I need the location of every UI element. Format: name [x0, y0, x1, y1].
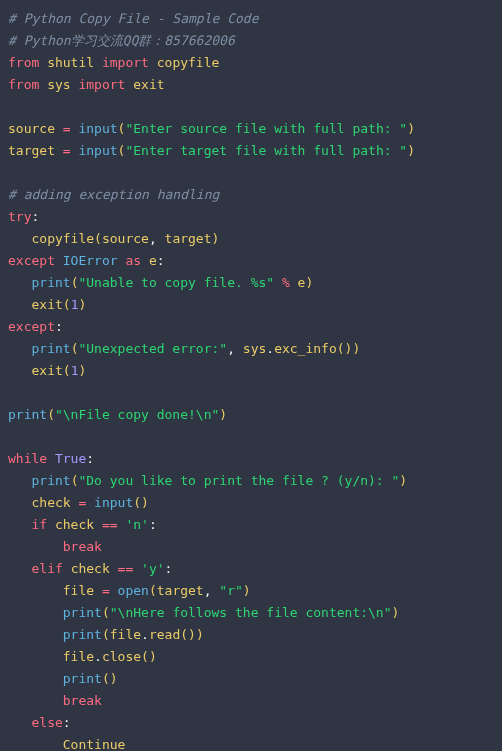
keyword-import: import: [78, 77, 125, 92]
var-source: source: [8, 121, 55, 136]
string-target: "Enter target file with full path: ": [125, 143, 407, 158]
paren-close: ): [392, 605, 400, 620]
keyword-except: except: [8, 319, 55, 334]
builtin-open: open: [118, 583, 149, 598]
paren-open: (: [180, 627, 188, 642]
string-y: 'y': [141, 561, 164, 576]
operator-assign: =: [63, 143, 71, 158]
colon: :: [31, 209, 39, 224]
keyword-elif: elif: [31, 561, 62, 576]
builtin-print: print: [63, 671, 102, 686]
comma: ,: [227, 341, 235, 356]
comment-line-2: # Python学习交流QQ群：857662006: [8, 33, 235, 48]
call-exit: exit: [31, 363, 62, 378]
colon: :: [157, 253, 165, 268]
arg-target: target: [165, 231, 212, 246]
colon: :: [165, 561, 173, 576]
const-true: True: [55, 451, 86, 466]
dot: .: [141, 627, 149, 642]
paren-close: ): [399, 473, 407, 488]
operator-assign: =: [102, 583, 110, 598]
arg-source: source: [102, 231, 149, 246]
dot: .: [94, 649, 102, 664]
keyword-from: from: [8, 55, 39, 70]
paren-close: ): [352, 341, 360, 356]
paren-close: ): [78, 363, 86, 378]
string-here: "\nHere follows the file content:\n": [110, 605, 392, 620]
paren-close: ): [78, 297, 86, 312]
comma: ,: [204, 583, 212, 598]
call-exit: exit: [31, 297, 62, 312]
paren-close: ): [188, 627, 196, 642]
paren-open: (: [133, 495, 141, 510]
comment-line-1: # Python Copy File - Sample Code: [8, 11, 258, 26]
paren-open: (: [149, 583, 157, 598]
name-continue: Continue: [63, 737, 126, 751]
dot: .: [266, 341, 274, 356]
string-r: "r": [219, 583, 242, 598]
var-file: file: [63, 649, 94, 664]
paren-close: ): [243, 583, 251, 598]
paren-close: ): [407, 121, 415, 136]
keyword-if: if: [31, 517, 47, 532]
var-file: file: [110, 627, 141, 642]
paren-close: ): [305, 275, 313, 290]
comment-exception: # adding exception handling: [8, 187, 219, 202]
module-shutil: shutil: [47, 55, 94, 70]
string-source: "Enter source file with full path: ": [125, 121, 407, 136]
colon: :: [149, 517, 157, 532]
keyword-from: from: [8, 77, 39, 92]
paren-close: ): [219, 407, 227, 422]
colon: :: [55, 319, 63, 334]
operator-percent: %: [282, 275, 290, 290]
builtin-print: print: [63, 605, 102, 620]
paren-open: (: [47, 407, 55, 422]
var-file: file: [63, 583, 94, 598]
paren-open: (: [94, 231, 102, 246]
var-e: e: [149, 253, 157, 268]
operator-eq: ==: [102, 517, 118, 532]
string-unable: "Unable to copy file. %s": [78, 275, 274, 290]
paren-close: ): [407, 143, 415, 158]
paren-close: ): [141, 495, 149, 510]
keyword-else: else: [31, 715, 62, 730]
keyword-break: break: [63, 693, 102, 708]
paren-open: (: [141, 649, 149, 664]
module-sys: sys: [243, 341, 266, 356]
string-unexpected: "Unexpected error:": [78, 341, 227, 356]
operator-assign: =: [63, 121, 71, 136]
var-check: check: [71, 561, 110, 576]
paren-close: ): [149, 649, 157, 664]
attr-excinfo: exc_info: [274, 341, 337, 356]
colon: :: [86, 451, 94, 466]
operator-assign: =: [78, 495, 86, 510]
var-check: check: [31, 495, 70, 510]
keyword-import: import: [102, 55, 149, 70]
name-copyfile: copyfile: [157, 55, 220, 70]
exc-ioerror: IOError: [63, 253, 118, 268]
comma: ,: [149, 231, 157, 246]
string-done: "\nFile copy done!\n": [55, 407, 219, 422]
builtin-print: print: [31, 341, 70, 356]
module-sys: sys: [47, 77, 70, 92]
paren-open: (: [63, 363, 71, 378]
name-exit: exit: [133, 77, 164, 92]
paren-open: (: [102, 627, 110, 642]
paren-open: (: [102, 605, 110, 620]
var-target: target: [8, 143, 55, 158]
colon: :: [63, 715, 71, 730]
keyword-while: while: [8, 451, 47, 466]
builtin-input: input: [78, 143, 117, 158]
builtin-print: print: [63, 627, 102, 642]
builtin-print: print: [31, 473, 70, 488]
builtin-input: input: [78, 121, 117, 136]
paren-close: ): [110, 671, 118, 686]
builtin-input: input: [94, 495, 133, 510]
attr-read: read: [149, 627, 180, 642]
keyword-except: except: [8, 253, 55, 268]
keyword-as: as: [125, 253, 141, 268]
builtin-print: print: [31, 275, 70, 290]
builtin-print: print: [8, 407, 47, 422]
string-prompt: "Do you like to print the file ? (y/n): …: [78, 473, 399, 488]
paren-close: ): [212, 231, 220, 246]
